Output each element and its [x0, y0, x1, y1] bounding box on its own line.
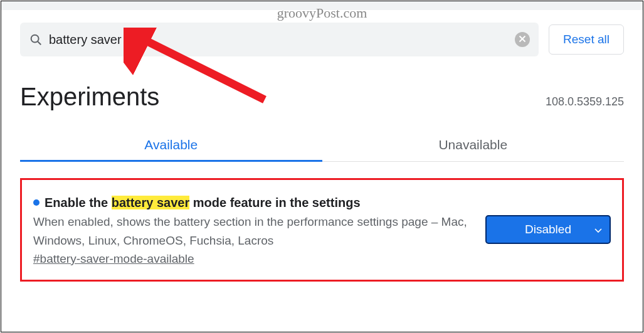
chevron-down-icon [594, 223, 602, 236]
flag-state-value: Disabled [525, 223, 571, 236]
clear-search-button[interactable] [515, 32, 530, 47]
search-box[interactable] [20, 23, 539, 56]
close-icon [519, 34, 526, 45]
search-input[interactable] [43, 33, 515, 47]
modified-dot-icon [33, 199, 40, 206]
flag-description: When enabled, shows the battery section … [33, 213, 473, 251]
page-title: Experiments [20, 83, 159, 111]
svg-line-1 [38, 41, 41, 45]
flag-state-select[interactable]: Disabled [485, 215, 611, 244]
watermark-text: groovyPost.com [277, 5, 367, 21]
version-text: 108.0.5359.125 [546, 95, 624, 108]
svg-point-0 [31, 35, 39, 43]
flag-anchor-link[interactable]: #battery-saver-mode-available [33, 252, 194, 266]
flag-title: Enable the battery saver mode feature in… [33, 194, 473, 211]
tab-available[interactable]: Available [20, 129, 322, 161]
tabs: Available Unavailable [20, 129, 624, 162]
search-icon [29, 33, 43, 46]
reset-all-button[interactable]: Reset all [549, 24, 624, 55]
tab-unavailable[interactable]: Unavailable [322, 129, 625, 161]
flag-item: Enable the battery saver mode feature in… [20, 178, 624, 282]
